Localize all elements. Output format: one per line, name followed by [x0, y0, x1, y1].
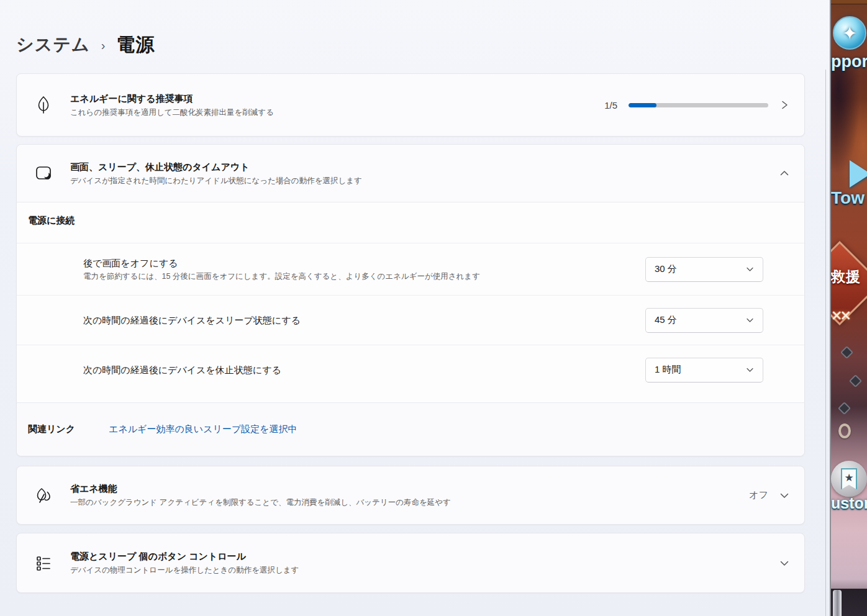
chevron-right-icon — [779, 100, 789, 110]
dropdown-value: 1 時間 — [655, 364, 681, 376]
bookmark-badge-icon: ★ — [831, 461, 867, 497]
custom-label-fragment: ustom — [831, 494, 867, 512]
settings-page: システム › 電源 エネルギーに関する推奨事項 これらの推奨事項を適用して二酸化… — [0, 0, 827, 616]
badge-star-icon: ★ — [841, 468, 857, 490]
hibernate-timeout-dropdown[interactable]: 1 時間 — [645, 358, 763, 383]
related-links-row: 関連リンク エネルギー効率の良いスリープ設定を選択中 — [17, 402, 804, 456]
metal-ring-icon — [838, 424, 851, 438]
card-title: 画面、スリープ、休止状態のタイムアウト — [70, 160, 767, 174]
screen-off-timeout-dropdown[interactable]: 30 分 — [645, 257, 763, 282]
chain-link-icon — [838, 402, 851, 415]
card-timeouts-expander: 画面、スリープ、休止状態のタイムアウト デバイスが指定された時間にわたりアイドル… — [16, 144, 805, 456]
play-triangle-icon — [850, 160, 867, 188]
support-label-fragment: pport — [831, 52, 867, 71]
breadcrumb-chevron-icon: › — [101, 38, 106, 53]
breadcrumb: システム › 電源 — [0, 0, 827, 73]
energy-saver-status: オフ — [749, 489, 768, 501]
checklist-icon — [17, 554, 70, 573]
silver-frame-bar — [833, 590, 842, 616]
card-energy-recommendations[interactable]: エネルギーに関する推奨事項 これらの推奨事項を適用して二酸化炭素排出量を削減する… — [16, 73, 805, 137]
breadcrumb-system[interactable]: システム — [16, 33, 90, 57]
chain-link-icon — [840, 346, 853, 359]
page-title: 電源 — [116, 32, 155, 58]
rescue-label: 救援 — [831, 267, 867, 286]
screen-sleep-icon — [17, 165, 70, 182]
card-title: 電源とスリープ 個のボタン コントロール — [70, 550, 767, 563]
progress-bar — [629, 103, 768, 107]
game-top-bar — [831, 0, 867, 4]
chain-link-icon — [849, 374, 862, 387]
card-description: デバイスの物理コントロールを操作したときの動作を選択します — [70, 564, 767, 576]
card-power-buttons[interactable]: 電源とスリープ 個のボタン コントロール デバイスの物理コントロールを操作したと… — [16, 533, 805, 593]
row-title: 次の時間の経過後にデバイスを休止状態にする — [83, 363, 635, 376]
setting-row-hibernate: 次の時間の経過後にデバイスを休止状態にする 1 時間 — [17, 345, 804, 394]
progress-fill — [629, 103, 656, 107]
setting-row-screen-off: 後で画面をオフにする 電力を節約するには、15 分後に画面をオフにします。設定を… — [17, 243, 804, 295]
card-description: これらの推奨事項を適用して二酸化炭素排出量を削減する — [70, 107, 592, 119]
efficient-sleep-link[interactable]: エネルギー効率の良いスリープ設定を選択中 — [109, 424, 297, 435]
chevron-down-icon — [746, 265, 754, 273]
row-title: 次の時間の経過後にデバイスをスリープ状態にする — [83, 314, 635, 327]
dropdown-value: 30 分 — [655, 263, 677, 275]
row-description: 電力を節約するには、15 分後に画面をオフにします。設定を高くすると、より多くの… — [83, 271, 635, 282]
leaf-icon — [17, 95, 70, 115]
dropdown-value: 45 分 — [655, 314, 677, 326]
energy-saver-leaf-icon — [17, 486, 70, 505]
window-edge-line — [825, 70, 826, 616]
chevron-down-icon — [746, 366, 754, 374]
setting-row-sleep: 次の時間の経過後にデバイスをスリープ状態にする 45 分 — [17, 295, 804, 345]
card-title: エネルギーに関する推奨事項 — [70, 92, 592, 106]
chevron-down-icon — [746, 316, 754, 324]
chevron-down-icon — [779, 558, 789, 568]
progress-label: 1/5 — [604, 100, 617, 111]
row-title: 後で画面をオフにする — [83, 256, 635, 270]
tower-label-fragment: Tow — [831, 188, 867, 208]
card-title: 省エネ機能 — [70, 482, 737, 496]
chevron-up-icon — [779, 168, 789, 178]
background-game-window[interactable]: ✦ pport Tow 救援 ✕✕ ★ ustom — [830, 0, 867, 616]
crossed-swords-icon: ✕✕ — [831, 308, 867, 324]
card-description: 一部のバックグラウンド アクティビティを制限することで、電力消費を削減し、バッテ… — [70, 497, 737, 509]
timeouts-expander-header[interactable]: 画面、スリープ、休止状態のタイムアウト デバイスが指定された時間にわたりアイドル… — [17, 145, 804, 202]
crystal-orb-icon: ✦ — [833, 16, 866, 50]
card-energy-saver[interactable]: 省エネ機能 一部のバックグラウンド アクティビティを制限することで、電力消費を削… — [16, 466, 805, 525]
card-description: デバイスが指定された時間にわたりアイドル状態になった場合の動作を選択します — [70, 175, 767, 187]
related-links-label: 関連リンク — [28, 424, 75, 435]
section-label-plugged-in: 電源に接続 — [17, 202, 804, 243]
chevron-down-icon — [779, 491, 789, 500]
sleep-timeout-dropdown[interactable]: 45 分 — [645, 308, 763, 333]
